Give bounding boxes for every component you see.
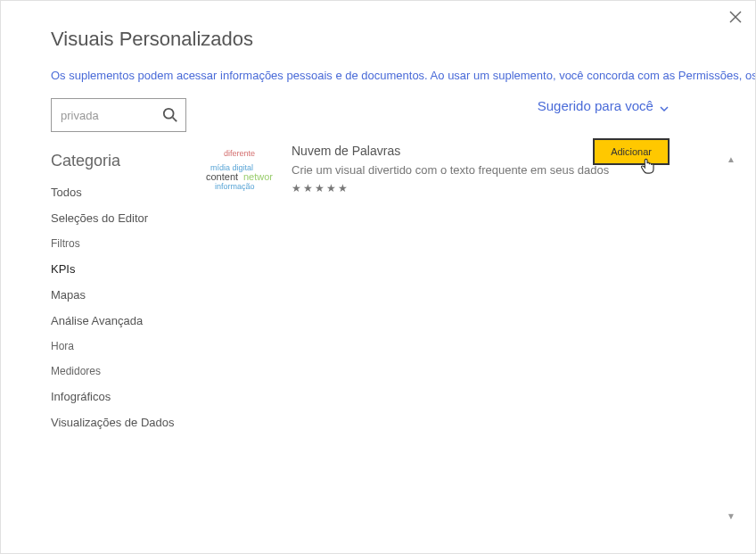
svg-point-2 [164,109,174,119]
category-item[interactable]: Filtros [51,231,201,256]
category-item[interactable]: KPIs [51,256,201,282]
close-button[interactable] [725,6,746,28]
wordcloud-word: networ [243,171,273,182]
result-rating: ★★★★★ [292,182,705,194]
sort-label: Sugerido para você [538,98,653,113]
category-item[interactable]: Seleções do Editor [51,205,201,231]
wordcloud-word: informação [215,182,255,191]
result-description: Crie um visual divertido com o texto fre… [292,163,705,177]
scroll-down-arrow: ▼ [727,511,735,521]
add-button[interactable]: Adicionar [593,138,670,165]
svg-line-3 [173,118,177,122]
category-item[interactable]: Análise Avançada [51,308,201,334]
close-icon [729,11,742,23]
dialog-title: Visuais Personalizados [51,28,705,51]
chevron-down-icon [659,100,670,115]
category-item[interactable]: Todos [51,179,201,205]
category-item[interactable]: Visualizações de Dados [51,409,201,435]
category-item[interactable]: Mapas [51,282,201,308]
wordcloud-word: diferente [224,149,255,158]
results-area: Sugerido para você diferente mídia digit… [201,98,705,435]
result-item[interactable]: diferente mídia digital content networ i… [204,144,705,197]
category-list: TodosSeleções do EditorFiltrosKPIsMapasA… [51,179,201,435]
disclaimer-text[interactable]: Os suplementos podem acessar informações… [1,62,755,98]
category-item[interactable]: Medidores [51,359,201,384]
wordcloud-word: content [206,171,238,182]
search-box[interactable] [51,98,186,132]
result-thumbnail: diferente mídia digital content networ i… [204,144,279,197]
sort-dropdown[interactable]: Sugerido para você [204,98,705,115]
sidebar: Categoria TodosSeleções do EditorFiltros… [51,98,201,435]
search-input[interactable] [61,109,162,122]
category-item[interactable]: Infográficos [51,384,201,409]
category-item[interactable]: Hora [51,334,201,359]
category-heading: Categoria [51,152,201,170]
search-icon [162,107,178,123]
